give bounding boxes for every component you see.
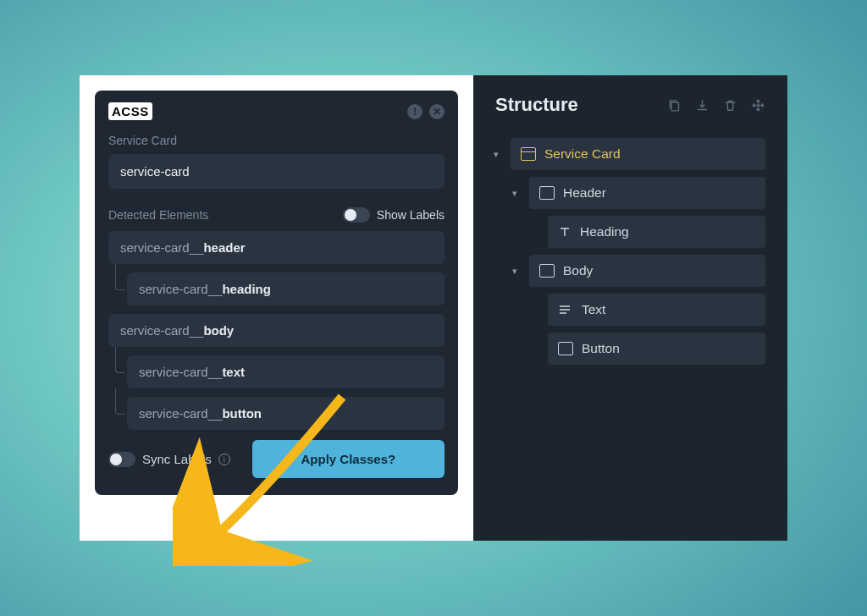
container-icon <box>521 147 536 161</box>
tree-row-label: Heading <box>580 224 629 239</box>
detected-elements-label: Detected Elements <box>108 208 208 222</box>
sync-labels-toggle[interactable] <box>108 452 135 467</box>
tree-row[interactable]: ▾Body <box>529 255 765 287</box>
acss-header: ACSS ! ✕ <box>108 102 445 120</box>
tree-row[interactable]: Heading <box>548 216 765 248</box>
detected-element-row[interactable]: service-card__text <box>127 355 445 388</box>
chevron-down-icon[interactable]: ▾ <box>494 149 499 160</box>
structure-title: Structure <box>495 94 578 116</box>
box-icon <box>539 264 555 278</box>
sync-labels-label: Sync Labels <box>142 452 212 466</box>
app-window: ACSS ! ✕ Service Card Detected Elements … <box>80 75 787 541</box>
tree-row[interactable]: Button <box>548 333 765 365</box>
detected-elements-list: service-card__headerservice-card__headin… <box>108 231 445 430</box>
detected-element-row[interactable]: service-card__button <box>127 397 445 430</box>
sync-labels-info-icon[interactable]: i <box>218 454 230 465</box>
heading-icon <box>558 225 572 239</box>
tree-row[interactable]: ▾Service Card <box>511 138 765 170</box>
info-icon[interactable]: ! <box>407 104 422 119</box>
trash-icon[interactable] <box>723 98 737 113</box>
chevron-down-icon[interactable]: ▾ <box>512 266 517 277</box>
show-labels-toggle[interactable] <box>343 207 370 223</box>
acss-panel-container: ACSS ! ✕ Service Card Detected Elements … <box>80 75 473 541</box>
tree-row[interactable]: ▾Header <box>529 177 765 209</box>
download-icon[interactable] <box>695 98 710 113</box>
box-icon <box>558 342 573 355</box>
detected-element-row[interactable]: service-card__heading <box>127 272 445 305</box>
tree-row-label: Body <box>563 263 593 278</box>
detected-element-row[interactable]: service-card__header <box>108 231 445 264</box>
detected-element-row[interactable]: service-card__body <box>108 314 445 347</box>
tree-row-label: Text <box>582 302 605 317</box>
tree-row[interactable]: Text <box>548 294 765 326</box>
card-title-label: Service Card <box>108 134 445 147</box>
tree-row-label: Button <box>582 341 620 356</box>
text-icon <box>558 303 573 316</box>
card-name-input[interactable] <box>108 154 445 189</box>
chevron-down-icon[interactable]: ▾ <box>512 188 517 199</box>
svg-rect-1 <box>671 102 679 110</box>
copy-icon[interactable] <box>667 98 682 113</box>
box-icon <box>539 186 555 200</box>
structure-tree: ▾Service Card▾HeaderHeading▾BodyTextButt… <box>495 138 765 365</box>
structure-panel: Structure ▾Service Card▾HeaderHeading▾Bo… <box>473 75 787 541</box>
acss-logo: ACSS <box>108 102 152 120</box>
close-icon[interactable]: ✕ <box>429 104 445 119</box>
show-labels-label: Show Labels <box>377 208 445 222</box>
tree-row-label: Header <box>563 185 606 201</box>
tree-row-label: Service Card <box>544 146 621 162</box>
acss-panel: ACSS ! ✕ Service Card Detected Elements … <box>95 91 458 495</box>
move-icon[interactable] <box>751 98 765 113</box>
apply-classes-button[interactable]: Apply Classes? <box>252 440 445 478</box>
